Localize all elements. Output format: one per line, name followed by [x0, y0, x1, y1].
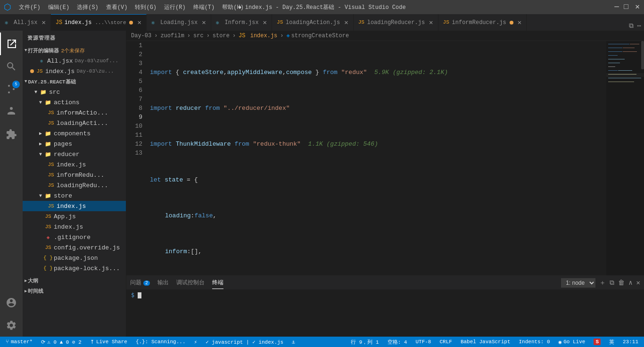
menu-goto[interactable]: 转到(G): [132, 2, 159, 12]
new-terminal-button[interactable]: ＋: [599, 279, 606, 287]
more-tabs-button[interactable]: ⋯: [636, 21, 642, 31]
statusbar-golive[interactable]: ◉ Go Live: [557, 339, 587, 345]
breadcrumb-part-3[interactable]: src: [193, 33, 204, 39]
menu-file[interactable]: 文件(F): [16, 2, 43, 12]
code-content[interactable]: import { createStore,applyMiddleware,com…: [146, 41, 606, 275]
tree-item-informaction[interactable]: JS informActio...: [23, 107, 126, 118]
tree-item-appjs[interactable]: ▶ JS App.js: [23, 211, 126, 222]
tab-close-index-js[interactable]: ✕: [137, 19, 141, 26]
activity-search[interactable]: [0, 55, 23, 78]
terminal-content[interactable]: $: [126, 290, 644, 337]
tab-index-js[interactable]: JS index.js ...\\store ✕: [51, 14, 147, 31]
tree-item-config[interactable]: ▶ JS config.override.js: [23, 242, 126, 253]
statusbar-prettier[interactable]: ✓ javascript | ✓ index.js: [204, 339, 285, 345]
term-tab-debug-console[interactable]: 调试控制台: [176, 277, 205, 289]
activity-explorer[interactable]: [0, 33, 23, 55]
breadcrumb-part-4[interactable]: store: [213, 33, 230, 39]
term-tab-terminal[interactable]: 终端: [212, 277, 223, 289]
activity-debug[interactable]: [0, 100, 23, 123]
delete-terminal-button[interactable]: 🗑: [618, 279, 625, 287]
statusbar-line-col[interactable]: 行 9，列 1: [349, 339, 380, 346]
close-button[interactable]: ✕: [635, 4, 640, 10]
tree-item-loadingaction[interactable]: JS loadingActi...: [23, 118, 126, 128]
statusbar-spaces[interactable]: 空格: 4: [386, 339, 409, 346]
tree-item-gitignore[interactable]: ▶ ◈ .gitignore: [23, 232, 126, 242]
maximize-panel-button[interactable]: ∧: [628, 279, 632, 287]
folder-icon-src: 📁: [40, 88, 47, 96]
minimap[interactable]: [606, 41, 644, 275]
open-file-index-js[interactable]: JS index.js Day-03\zu...: [23, 66, 126, 76]
activity-source-control[interactable]: 5: [0, 78, 23, 100]
statusbar-indents[interactable]: Indents: 0: [517, 339, 552, 345]
tree-item-reducer[interactable]: ▼ 📁 reducer: [23, 149, 126, 159]
project-section[interactable]: ▼ DAY.25.REACT基础: [23, 76, 126, 87]
tab-loading-jsx[interactable]: ⚛ Loading.jsx ✕: [147, 14, 211, 31]
open-file-all-jsx[interactable]: ⚛ All.jsx Day-03\zuof...: [23, 56, 126, 66]
tree-item-store[interactable]: ▼ 📁 store: [23, 190, 126, 201]
outline-section[interactable]: ▶ 大纲: [23, 275, 126, 286]
tree-item-pages[interactable]: ▶ 📁 pages: [23, 139, 126, 149]
menu-run[interactable]: 运行(R): [161, 2, 189, 12]
svg-rect-11: [608, 70, 618, 71]
tree-item-actions[interactable]: ▼ 📁 actions: [23, 97, 126, 107]
split-editor-button[interactable]: ⧉: [628, 21, 635, 31]
menu-view[interactable]: 查看(V): [103, 2, 131, 12]
tree-item-components[interactable]: ▶ 📁 components: [23, 128, 126, 139]
menu-edit[interactable]: 编辑(E): [45, 2, 73, 12]
code-area[interactable]: 1 2 3 4 5 6 7 8 9 10 11 12 13: [126, 41, 606, 275]
statusbar-sync[interactable]: ⟳ ⚠ 0 ▲ 0 ⊘ 2: [39, 339, 83, 345]
breadcrumb-part-5[interactable]: JS index.js: [239, 33, 277, 39]
breadcrumb-part-1[interactable]: Day-03: [131, 33, 151, 39]
timeline-section[interactable]: ▶ 时间线: [23, 286, 126, 296]
svg-rect-4: [623, 48, 635, 48]
tab-close-all-jsx[interactable]: ✕: [41, 19, 45, 26]
maximize-button[interactable]: □: [623, 4, 629, 10]
tab-path-index-js: ...\\store: [95, 20, 126, 25]
statusbar-branch[interactable]: ⑂ master*: [4, 339, 34, 345]
statusbar-scanning[interactable]: {.}: Scanning...: [134, 339, 188, 345]
tab-close-inform-reducer-js[interactable]: ✕: [518, 19, 521, 26]
term-tab-problems[interactable]: 问题2: [130, 277, 150, 289]
tab-close-loading-jsx[interactable]: ✕: [202, 19, 206, 26]
terminal-instance-select[interactable]: 1: node: [561, 278, 595, 288]
statusbar-liveshare[interactable]: ⤒ Live Share: [88, 339, 129, 345]
tab-close-loading-action-js[interactable]: ✕: [344, 19, 348, 26]
tab-close-inform-jsx[interactable]: ✕: [263, 19, 267, 26]
editor-scroll-area[interactable]: 1 2 3 4 5 6 7 8 9 10 11 12 13: [126, 41, 644, 275]
activity-account[interactable]: [0, 291, 23, 314]
statusbar-line-ending[interactable]: CRLF: [438, 339, 454, 345]
tab-inform-reducer-js[interactable]: JS informReducer.js ✕: [438, 14, 527, 31]
menu-terminal[interactable]: 终端(T): [190, 2, 218, 12]
statusbar-locale[interactable]: 英: [607, 339, 616, 346]
tree-item-reducer-index[interactable]: JS index.js: [23, 159, 126, 170]
activity-settings[interactable]: [0, 314, 23, 337]
tree-item-store-index[interactable]: JS index.js: [23, 201, 126, 211]
tree-item-package-json[interactable]: ▶ { } package.json: [23, 253, 126, 263]
tab-inform-jsx[interactable]: ⚛ Inform.jsx ✕: [211, 14, 272, 31]
open-editors-section[interactable]: ▼ 打开的编辑器 2个未保存: [23, 45, 126, 56]
tree-item-loadingreducer[interactable]: JS loadingRedu...: [23, 180, 126, 190]
activity-extensions[interactable]: [0, 123, 23, 146]
open-file-icon-index-js: JS: [36, 67, 43, 75]
statusbar-extra[interactable]: ⚓: [290, 339, 297, 345]
tree-item-package-lock[interactable]: ▶ { } package-lock.js...: [23, 263, 126, 273]
statusbar-sogou[interactable]: S: [592, 339, 603, 345]
tab-close-loading-reducer-js[interactable]: ✕: [429, 19, 433, 26]
menu-select[interactable]: 选择(S): [74, 2, 101, 12]
breadcrumb-symbol[interactable]: ◈ strongCreateStore: [287, 32, 349, 39]
tab-loading-action-js[interactable]: JS loadingAction.js ✕: [272, 14, 354, 31]
statusbar-language[interactable]: Babel JavaScript: [459, 339, 512, 345]
svg-rect-12: [618, 70, 632, 71]
close-panel-button[interactable]: ✕: [636, 279, 640, 287]
tab-loading-reducer-js[interactable]: JS loadingReducer.js ✕: [354, 14, 438, 31]
tree-item-informreducer[interactable]: JS informRedu...: [23, 170, 126, 180]
statusbar-encoding[interactable]: UTF-8: [413, 339, 433, 345]
tab-all-jsx[interactable]: ⚛ All.jsx ✕: [0, 14, 51, 31]
split-terminal-button[interactable]: ⧉: [610, 279, 614, 287]
term-tab-output[interactable]: 输出: [157, 277, 169, 289]
statusbar-lint[interactable]: ⚡: [192, 339, 199, 345]
minimize-button[interactable]: ─: [614, 4, 619, 10]
tree-item-rootindex[interactable]: ▶ JS index.js: [23, 222, 126, 232]
tree-item-src[interactable]: ▼ 📁 src: [23, 87, 126, 97]
breadcrumb-part-2[interactable]: zuofilm: [160, 33, 184, 39]
